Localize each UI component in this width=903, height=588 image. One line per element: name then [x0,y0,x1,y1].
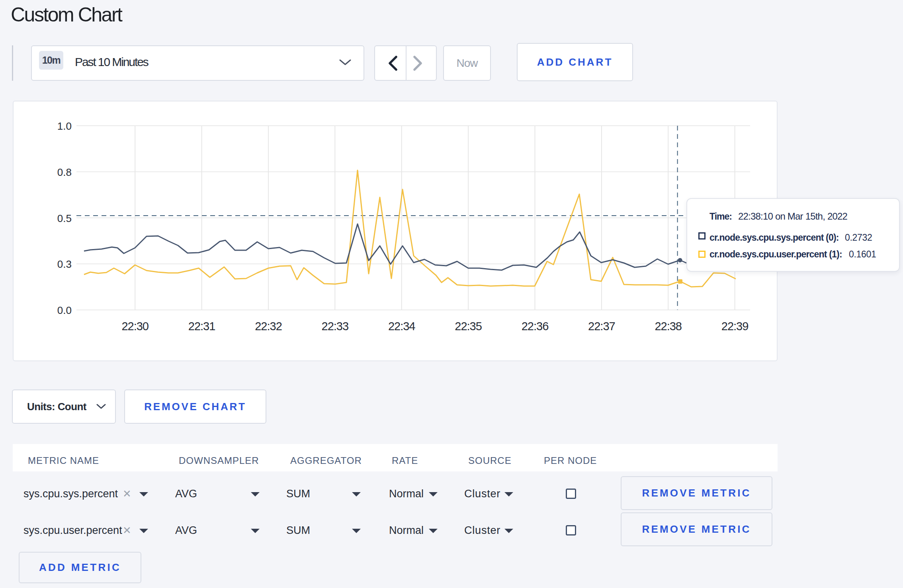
svg-text:22:33: 22:33 [322,320,349,333]
svg-text:0.0: 0.0 [57,304,72,316]
svg-text:0.5: 0.5 [57,212,72,224]
svg-text:1.0: 1.0 [57,120,72,132]
svg-text:22:34: 22:34 [388,320,415,333]
svg-text:22:36: 22:36 [522,320,549,333]
svg-text:22:39: 22:39 [721,320,749,333]
svg-text:22:32: 22:32 [255,320,282,333]
svg-text:22:30: 22:30 [121,320,149,333]
svg-text:22:38: 22:38 [655,320,682,333]
svg-text:0.3: 0.3 [57,258,72,270]
svg-text:22:37: 22:37 [588,320,615,333]
svg-text:22:35: 22:35 [455,320,482,333]
svg-text:22:31: 22:31 [188,320,215,333]
svg-text:0.8: 0.8 [57,166,72,178]
